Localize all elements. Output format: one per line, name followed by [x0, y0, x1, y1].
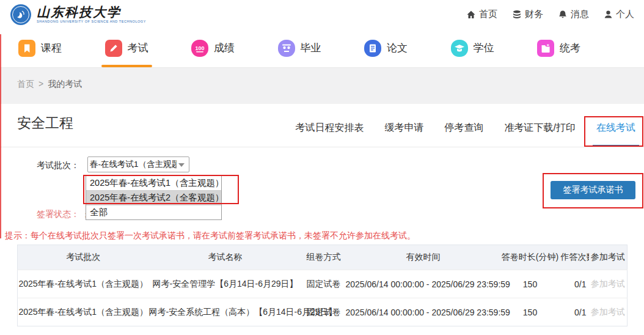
- batch-select-value: 春-在线考试1（含主观题）: [90, 157, 177, 172]
- tab-unified-exam-label: 统考: [560, 41, 580, 55]
- nav-messages-label: 消息: [571, 9, 589, 20]
- cell-paper-mode: 固定试卷: [302, 270, 346, 298]
- score-icon: 100: [191, 40, 208, 57]
- col-header-batch: 考试批次: [18, 245, 149, 270]
- col-header-attempts: 作答次数: [560, 245, 589, 270]
- bell-icon: [558, 10, 568, 20]
- tab-graduation[interactable]: 毕业: [278, 29, 321, 67]
- nav-messages[interactable]: 消息: [558, 9, 589, 20]
- col-header-action: 参加考试: [589, 245, 628, 270]
- exam-table: 考试批次 考试名称 组卷方式 有效时间 答卷时长(分钟) 作答次数 参加考试 2…: [17, 245, 628, 326]
- content-card: 安全工程 考试日程安排表 缓考申请 停考查询 准考证下载/打印 在线考试 考试批…: [0, 104, 644, 335]
- batch-filter-label: 考试批次：: [37, 160, 79, 171]
- tab-scores[interactable]: 100 成绩: [191, 29, 235, 67]
- nav-profile-label: 个人: [616, 9, 634, 20]
- col-header-exam-name: 考试名称: [149, 245, 302, 270]
- screen: 山东科技大学 SHANDONG UNIVERSITY OF SCIENCE AN…: [0, 0, 644, 335]
- cell-batch: 2025年春-在线考试1（含主观题）: [18, 270, 149, 298]
- sign-status-label: 签署状态：: [37, 209, 79, 219]
- top-nav: 首页 财务 消息 个人: [466, 9, 634, 20]
- breadcrumb: 首页>我的考试: [17, 79, 82, 90]
- table-row: 2025年春-在线考试1（含主观题） 网考-安全系统工程（高本）【6月14日-6…: [18, 298, 628, 326]
- col-header-valid-time: 有效时间: [346, 245, 501, 270]
- nav-home[interactable]: 首页: [466, 9, 497, 20]
- subtab-suspended-exam[interactable]: 停考查询: [445, 106, 484, 147]
- batch-dropdown-list: 2025年春-在线考试1（含主观题） 2025年春-在线考试2（全客观题） 全部: [86, 175, 222, 220]
- nav-profile[interactable]: 个人: [604, 9, 634, 20]
- dropdown-option-3[interactable]: 全部: [86, 205, 221, 219]
- dropdown-option-1[interactable]: 2025年春-在线考试1（含主观题）: [86, 176, 221, 190]
- cell-exam-name: 网考-安全管理学【6月14日-6月29日】: [149, 270, 302, 298]
- unified-exam-icon: [537, 40, 554, 57]
- col-header-duration: 答卷时长(分钟): [501, 245, 560, 270]
- dropdown-option-2[interactable]: 2025年春-在线考试2（全客观题）: [86, 190, 221, 205]
- svg-text:100: 100: [195, 45, 204, 51]
- sign-commitment-button[interactable]: 签署考试承诺书: [551, 181, 635, 199]
- graduation-icon: [278, 40, 295, 57]
- tab-exams[interactable]: 考试: [105, 29, 148, 67]
- person-icon: [604, 10, 613, 19]
- batch-select[interactable]: 春-在线考试1（含主观题）: [87, 156, 189, 172]
- home-icon: [466, 10, 476, 20]
- nav-finance[interactable]: 财务: [512, 9, 543, 20]
- university-logo: 山东科技大学 SHANDONG UNIVERSITY OF SCIENCE AN…: [10, 4, 146, 26]
- cell-attempts: 0/1: [560, 270, 589, 298]
- sub-tab-bar: 考试日程安排表 缓考申请 停考查询 准考证下载/打印 在线考试: [296, 106, 635, 147]
- subtab-deferred-exam[interactable]: 缓考申请: [385, 106, 424, 147]
- university-name-en: SHANDONG UNIVERSITY OF SCIENCE AND TECHN…: [37, 19, 146, 24]
- tab-graduation-label: 毕业: [301, 41, 321, 55]
- tab-thesis[interactable]: 论文: [364, 29, 408, 67]
- table-row: 2025年春-在线考试1（含主观题） 网考-安全管理学【6月14日-6月29日】…: [18, 270, 628, 298]
- card-header: 安全工程 考试日程安排表 缓考申请 停考查询 准考证下载/打印 在线考试: [0, 104, 644, 147]
- cell-valid-time: 2025/06/14 00:00:00 - 2025/06/29 23:59:5…: [346, 298, 501, 326]
- nav-home-label: 首页: [479, 9, 497, 20]
- cell-attempts: 0/1: [560, 298, 589, 326]
- nav-finance-label: 财务: [525, 9, 543, 20]
- table-header-row: 考试批次 考试名称 组卷方式 有效时间 答卷时长(分钟) 作答次数 参加考试: [18, 245, 628, 270]
- tab-exams-label: 考试: [128, 41, 148, 55]
- degree-icon: [451, 40, 468, 57]
- subtab-online-exam[interactable]: 在线考试: [596, 106, 635, 147]
- breadcrumb-home[interactable]: 首页: [17, 79, 34, 89]
- cell-paper-mode: 固定试卷: [302, 298, 346, 326]
- finance-icon: [512, 10, 522, 20]
- tab-courses[interactable]: 课程: [18, 29, 62, 67]
- subtab-admission-ticket[interactable]: 准考证下载/打印: [505, 106, 576, 147]
- exam-icon: [105, 40, 122, 57]
- page-title: 安全工程: [17, 114, 73, 133]
- tab-courses-label: 课程: [41, 41, 62, 55]
- annotation-left-edge-line: [0, 34, 1, 238]
- take-exam-link[interactable]: 参加考试: [589, 298, 628, 326]
- tab-unified-exam[interactable]: 统考: [537, 29, 580, 67]
- breadcrumb-separator: >: [38, 79, 43, 89]
- tab-degree-label: 学位: [474, 41, 494, 55]
- university-name-cn: 山东科技大学: [37, 6, 146, 19]
- take-exam-link[interactable]: 参加考试: [589, 270, 628, 298]
- university-logo-icon: [10, 4, 32, 26]
- main-tab-bar: 课程 考试 100 成绩 毕业 论文 学位: [0, 29, 644, 68]
- thesis-icon: [364, 40, 381, 57]
- top-header: 山东科技大学 SHANDONG UNIVERSITY OF SCIENCE AN…: [0, 0, 644, 29]
- tab-thesis-label: 论文: [387, 41, 408, 55]
- breadcrumb-current: 我的考试: [48, 79, 82, 89]
- tab-scores-label: 成绩: [214, 41, 235, 55]
- cell-batch: 2025年春-在线考试1（含主观题）: [18, 298, 149, 326]
- cell-exam-name: 网考-安全系统工程（高本）【6月14日-6月29日】: [149, 298, 302, 326]
- course-icon: [18, 40, 35, 57]
- cell-valid-time: 2025/06/14 00:00:00 - 2025/06/29 23:59:5…: [346, 270, 501, 298]
- subtab-exam-schedule[interactable]: 考试日程安排表: [296, 106, 364, 147]
- hint-text: 提示：每个在线考试批次只签署一次考试承诺书，请在考试前签署考试承诺书，未签署不允…: [5, 230, 415, 241]
- chevron-down-icon: [178, 163, 185, 167]
- col-header-paper-mode: 组卷方式: [302, 245, 346, 270]
- tab-degree[interactable]: 学位: [451, 29, 494, 67]
